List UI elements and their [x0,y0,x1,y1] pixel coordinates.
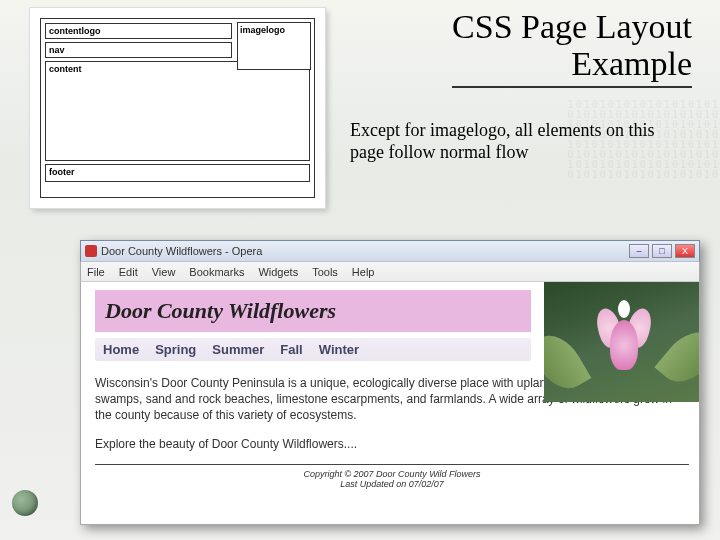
slide-bullet-icon [12,490,38,516]
browser-window: Door County Wildflowers - Opera – □ X Fi… [80,240,700,525]
page-heading: Door County Wildflowers [105,298,521,324]
minimize-button[interactable]: – [629,244,649,258]
footer-updated: Last Updated on 07/02/07 [95,479,689,489]
page-footer: Copyright © 2007 Door County Wild Flower… [95,464,689,489]
page-imagelogo [544,282,699,402]
opera-icon [85,245,97,257]
menu-bookmarks[interactable]: Bookmarks [189,266,244,278]
menu-view[interactable]: View [152,266,176,278]
slide-title-line1: CSS Page Layout [452,8,692,45]
page-header: Door County Wildflowers [95,290,531,332]
browser-window-title: Door County Wildflowers - Opera [101,245,262,257]
wireframe-container: imagelogo contentlogo nav content footer [40,18,315,198]
menu-tools[interactable]: Tools [312,266,338,278]
browser-titlebar: Door County Wildflowers - Opera – □ X [80,240,700,262]
footer-copyright: Copyright © 2007 Door County Wild Flower… [95,469,689,479]
flower-shape [594,302,654,382]
window-buttons: – □ X [629,244,695,258]
maximize-button[interactable]: □ [652,244,672,258]
slide-title: CSS Page Layout Example [452,8,692,88]
nav-summer[interactable]: Summer [212,342,264,357]
browser-menubar: File Edit View Bookmarks Widgets Tools H… [80,262,700,282]
wireframe-diagram: imagelogo contentlogo nav content footer [30,8,325,208]
wireframe-content-box: content [45,61,310,161]
petal-shape [618,300,630,318]
wireframe-footer-box: footer [45,164,310,182]
content-paragraph: Explore the beauty of Door County Wildfl… [95,436,689,452]
nav-home[interactable]: Home [103,342,139,357]
menu-widgets[interactable]: Widgets [258,266,298,278]
nav-spring[interactable]: Spring [155,342,196,357]
wireframe-nav-box: nav [45,42,232,58]
wireframe-imagelogo-box: imagelogo [237,22,311,70]
slide-title-line2: Example [571,45,692,82]
leaf-shape [654,321,699,393]
page-nav: Home Spring Summer Fall Winter [95,338,531,361]
nav-winter[interactable]: Winter [319,342,359,357]
rendered-page: Door County Wildflowers Home Spring Summ… [80,282,700,525]
nav-fall[interactable]: Fall [280,342,302,357]
slide-subtext: Except for imagelogo, all elements on th… [350,120,692,163]
wireframe-contentlogo-box: contentlogo [45,23,232,39]
petal-shape [610,320,638,370]
menu-file[interactable]: File [87,266,105,278]
menu-help[interactable]: Help [352,266,375,278]
leaf-shape [544,326,591,398]
menu-edit[interactable]: Edit [119,266,138,278]
close-button[interactable]: X [675,244,695,258]
